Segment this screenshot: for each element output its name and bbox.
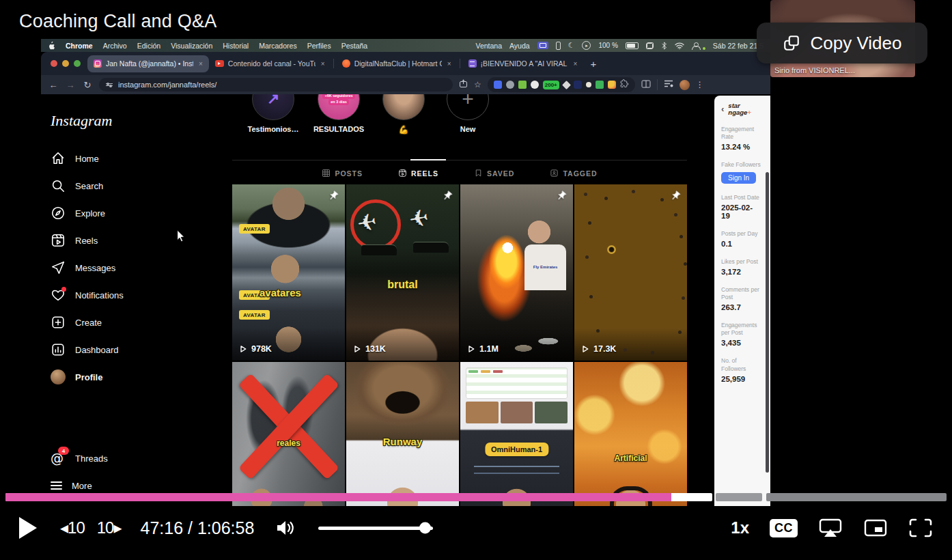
highlight-testimonios[interactable]: ↗ Testimonios… — [240, 94, 306, 133]
eyedropper-extension-icon[interactable] — [562, 81, 571, 89]
tab-youtube[interactable]: Contenido del canal - YouTub × — [209, 55, 331, 72]
profile-avatar[interactable] — [680, 80, 690, 90]
wifi-icon[interactable] — [675, 42, 684, 49]
now-playing-icon[interactable]: ▸ — [582, 41, 591, 50]
copy-video-button[interactable]: Copy Video — [757, 23, 927, 64]
pip-button[interactable] — [863, 518, 888, 538]
spark-extension-icon[interactable] — [586, 82, 591, 87]
close-tab-icon[interactable]: × — [321, 60, 325, 68]
reel-tile[interactable]: OmniHuman-1 — [460, 362, 573, 506]
tab-reels[interactable]: REELS — [398, 160, 438, 178]
sidebar-item-search[interactable]: Search — [51, 172, 124, 199]
playback-speed-button[interactable]: 1x — [731, 518, 749, 537]
zoom-window-button[interactable] — [74, 60, 81, 67]
sidebar-item-home[interactable]: Home — [51, 145, 124, 172]
sidebar-item-notifications[interactable]: Notifications — [51, 281, 124, 309]
reel-tile[interactable]: Runway — [346, 362, 459, 506]
tab-tagged[interactable]: TAGGED — [550, 160, 597, 178]
fast-user-switch-icon[interactable] — [692, 42, 700, 49]
highlighter-extension-icon[interactable] — [518, 81, 527, 89]
progress-bar-segment[interactable] — [716, 493, 762, 501]
apple-icon[interactable] — [48, 41, 55, 50]
fullscreen-button[interactable] — [908, 518, 933, 538]
camera-extension-icon[interactable] — [506, 81, 514, 89]
tab-posts[interactable]: POSTS — [322, 160, 363, 178]
sidebar-item-messages[interactable]: Messages — [51, 254, 124, 281]
reel-tile[interactable]: Artificial — [574, 362, 687, 506]
focus-moon-icon[interactable]: ☾ — [568, 41, 575, 50]
menu-pestana[interactable]: Pestaña — [341, 42, 368, 50]
highlight-resultados[interactable]: +6K seguidoresen 3 días RESULTADOS — [306, 94, 372, 133]
progress-bar-segment[interactable] — [766, 493, 947, 501]
reel-tile[interactable]: ✈ ✈ brutal 131K — [346, 184, 459, 361]
menubar-clock[interactable]: Sáb 22 feb 21:5 — [713, 42, 764, 50]
site-settings-icon[interactable] — [106, 82, 113, 87]
forward-button[interactable]: → — [65, 80, 76, 90]
volume-icon[interactable] — [275, 518, 296, 538]
reload-button[interactable]: ↻ — [82, 80, 93, 90]
url-text[interactable]: instagram.com/jannafta/reels/ — [118, 81, 216, 89]
panel-scrollbar[interactable] — [766, 172, 769, 473]
sidebar-item-reels[interactable]: Reels — [51, 227, 124, 254]
airplay-button[interactable] — [818, 518, 843, 538]
volume-knob[interactable] — [419, 522, 431, 534]
screen-share-icon[interactable] — [537, 42, 548, 49]
sign-in-button[interactable]: Sign In — [721, 172, 756, 184]
tab-groups-icon[interactable] — [664, 80, 673, 89]
bookmark-star-icon[interactable]: ☆ — [474, 80, 481, 89]
wave-extension-icon[interactable] — [574, 81, 582, 89]
minimize-window-button[interactable] — [62, 60, 69, 67]
sidebar-item-threads[interactable]: @4 Threads — [51, 445, 108, 472]
tab-instagram[interactable]: Jan Nafta (@jannafta) • Insta × — [87, 55, 209, 72]
device-battery-icon[interactable] — [556, 42, 561, 50]
green-extension-icon[interactable] — [596, 81, 604, 89]
sidebar-item-create[interactable]: Create — [51, 309, 124, 336]
cloud-extension-icon[interactable] — [531, 81, 539, 89]
extension-badge[interactable]: 200+ — [543, 81, 559, 89]
stage-manager-icon[interactable] — [646, 42, 654, 49]
menu-ventana[interactable]: Ventana — [475, 42, 502, 50]
instagram-logo[interactable]: Instagram — [51, 112, 112, 130]
tab-course[interactable]: ¡BIENVENIDO A "AI VIRAL VI × — [462, 55, 584, 72]
close-tab-icon[interactable]: × — [199, 60, 203, 68]
rewind-10-button[interactable]: ◂10 — [60, 518, 85, 537]
play-button[interactable] — [19, 517, 37, 539]
puzzle-extensions-icon[interactable] — [620, 79, 629, 90]
forward-10-button[interactable]: 10▸ — [97, 518, 122, 537]
captions-button[interactable]: CC — [770, 519, 798, 537]
tab-hotmart[interactable]: DigitalNaftaClub | Hotmart C × — [336, 55, 458, 72]
reel-tile[interactable]: AVATAR AVATAR AVATAR avatares 978K — [232, 184, 345, 361]
menu-edicion[interactable]: Edición — [137, 42, 160, 50]
close-window-button[interactable] — [51, 60, 57, 67]
reel-tile[interactable]: Fly Emirates 1.1M — [460, 184, 573, 361]
extension-icon[interactable] — [494, 81, 502, 89]
close-tab-icon[interactable]: × — [447, 60, 451, 68]
sidebar-item-explore[interactable]: Explore — [51, 199, 124, 227]
sidebar-item-dashboard[interactable]: Dashboard — [51, 336, 124, 363]
share-icon[interactable] — [459, 79, 468, 90]
tab-saved[interactable]: SAVED — [474, 160, 514, 178]
back-button[interactable]: ← — [48, 80, 59, 90]
color-extension-icon[interactable] — [608, 81, 616, 89]
battery-icon[interactable] — [626, 42, 639, 49]
menu-ayuda[interactable]: Ayuda — [509, 42, 530, 50]
reading-list-icon[interactable] — [641, 80, 651, 90]
menu-visualizacion[interactable]: Visualización — [171, 42, 212, 50]
address-bar[interactable]: instagram.com/jannafta/reels/ — [99, 78, 453, 92]
volume-slider[interactable] — [318, 527, 433, 530]
sidebar-item-profile[interactable]: Profile — [51, 363, 124, 391]
close-tab-icon[interactable]: × — [574, 60, 578, 68]
menu-historial[interactable]: Historial — [223, 42, 249, 50]
highlight-muscle[interactable]: 💪 — [371, 94, 436, 135]
highlight-new[interactable]: + New — [435, 94, 501, 133]
back-chevron-icon[interactable]: ‹ — [721, 104, 724, 114]
new-tab-button[interactable]: + — [590, 58, 596, 70]
reel-tile[interactable]: reales — [232, 362, 345, 506]
reel-tile[interactable]: 17.3K — [574, 184, 687, 361]
bluetooth-icon[interactable] — [661, 42, 667, 50]
menu-perfiles[interactable]: Perfiles — [307, 42, 331, 50]
progress-bar[interactable] — [5, 493, 712, 501]
menu-archivo[interactable]: Archivo — [103, 42, 127, 50]
chrome-menu-icon[interactable]: ⋮ — [696, 80, 704, 89]
menu-marcadores[interactable]: Marcadores — [259, 42, 296, 50]
